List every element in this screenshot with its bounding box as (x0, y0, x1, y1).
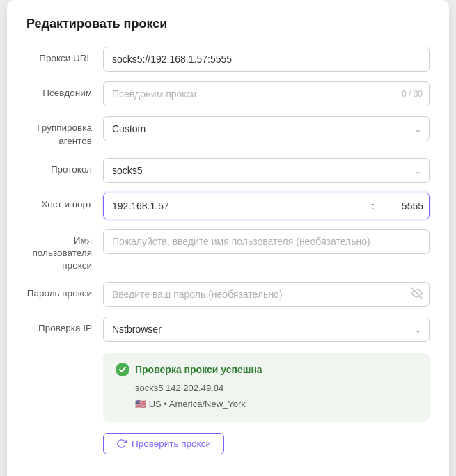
alias-label: Псевдоним (26, 81, 103, 100)
host-input[interactable] (104, 193, 366, 219)
agent-group-row: Группировка агентов Custom ⌄ (26, 116, 430, 148)
success-detail-line2: 🇺🇸 US • America/New_York (135, 397, 417, 412)
success-detail: socks5 142.202.49.84 🇺🇸 US • America/New… (135, 381, 417, 411)
port-input[interactable] (380, 193, 429, 219)
check-proxy-label: Проверить прокси (132, 438, 211, 449)
protocol-select[interactable]: socks5 http https (103, 158, 430, 183)
ip-check-select-wrap: Nstbrowser ⌄ (103, 317, 430, 342)
refresh-icon (116, 438, 127, 449)
alias-row: Псевдоним 0 / 30 (26, 81, 430, 106)
success-box: Проверка прокси успешна socks5 142.202.4… (103, 353, 430, 421)
ip-check-label: Проверка IP (26, 317, 103, 335)
alias-input-wrap: 0 / 30 (103, 81, 430, 106)
success-row: Проверка прокси успешна socks5 142.202.4… (26, 351, 430, 421)
password-input-wrap (103, 282, 430, 307)
protocol-row: Протокол socks5 http https ⌄ (26, 158, 430, 183)
agent-group-select[interactable]: Custom (103, 116, 430, 141)
host-port-label: Хост и порт (26, 193, 103, 212)
username-wrap (103, 229, 430, 254)
flag-emoji: 🇺🇸 (135, 399, 146, 409)
colon-separator: : (366, 193, 380, 219)
protocol-select-wrap: socks5 http https ⌄ (103, 158, 430, 183)
protocol-label: Протокол (26, 158, 103, 177)
username-row: Имя пользователя прокси (26, 229, 430, 273)
host-port-inputs: : (103, 193, 430, 219)
success-title-row: Проверка прокси успешна (116, 363, 417, 376)
success-title: Проверка прокси успешна (135, 364, 262, 375)
agent-group-wrap: Custom ⌄ (103, 116, 430, 141)
success-detail-line1: socks5 142.202.49.84 (135, 381, 417, 396)
dialog-title: Редактировать прокси (26, 17, 430, 31)
ip-check-row: Проверка IP Nstbrowser ⌄ (26, 317, 430, 342)
username-input[interactable] (103, 229, 430, 254)
edit-proxy-dialog: Редактировать прокси Прокси URL Псевдони… (7, 0, 449, 476)
ip-check-wrap: Nstbrowser ⌄ (103, 317, 430, 342)
alias-input[interactable] (103, 81, 430, 106)
password-input[interactable] (103, 282, 430, 307)
host-port-row: Хост и порт : (26, 193, 430, 219)
proxy-url-row: Прокси URL (26, 47, 430, 72)
proxy-url-wrap (103, 47, 430, 72)
password-label: Пароль прокси (26, 282, 103, 301)
eye-icon[interactable] (411, 288, 423, 301)
alias-wrap: 0 / 30 (103, 81, 430, 106)
success-wrap: Проверка прокси успешна socks5 142.202.4… (103, 351, 430, 421)
success-icon (116, 363, 129, 376)
username-label: Имя пользователя прокси (26, 229, 103, 273)
proxy-url-input[interactable] (103, 47, 430, 72)
proxy-url-label: Прокси URL (26, 47, 103, 65)
ip-check-select[interactable]: Nstbrowser (103, 317, 430, 342)
footer-row: Отмена Обновить (26, 470, 430, 476)
agent-group-select-wrap: Custom ⌄ (103, 116, 430, 141)
success-location: US • America/New_York (149, 399, 246, 409)
host-port-wrap: : (103, 193, 430, 219)
password-wrap (103, 282, 430, 307)
check-btn-row: Проверить прокси (26, 433, 430, 454)
check-proxy-button[interactable]: Проверить прокси (103, 433, 224, 454)
agent-group-label: Группировка агентов (26, 116, 103, 148)
password-row: Пароль прокси (26, 282, 430, 307)
protocol-wrap: socks5 http https ⌄ (103, 158, 430, 183)
